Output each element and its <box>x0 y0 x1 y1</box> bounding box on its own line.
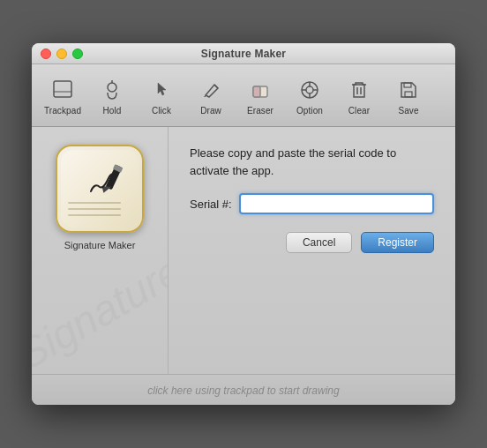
trackpad-label: Trackpad <box>44 106 81 116</box>
clear-icon <box>345 76 373 104</box>
dialog-message: Please copy and paste the serial code to… <box>190 145 434 179</box>
trackpad-icon <box>49 76 77 104</box>
serial-input[interactable] <box>239 193 434 214</box>
option-icon <box>296 76 324 104</box>
save-icon <box>394 76 423 104</box>
paper-line-2 <box>68 208 121 210</box>
app-icon-inner <box>61 150 139 228</box>
toolbar-item-eraser[interactable]: Eraser <box>236 70 284 121</box>
close-button[interactable] <box>41 49 51 59</box>
clear-label: Clear <box>348 106 370 116</box>
left-panel: Signature Maker Signature <box>32 127 169 374</box>
content-area: Signature Maker Signature Please copy an… <box>32 127 455 374</box>
svg-point-2 <box>108 83 116 92</box>
eraser-label: Eraser <box>247 106 273 116</box>
dialog-panel: Please copy and paste the serial code to… <box>169 127 455 374</box>
serial-label: Serial #: <box>190 198 232 211</box>
traffic-lights <box>41 49 83 59</box>
eraser-icon <box>246 76 274 104</box>
toolbar-item-option[interactable]: Option <box>286 70 333 121</box>
window-title: Signature Maker <box>201 48 286 60</box>
toolbar-item-draw[interactable]: Draw <box>187 70 235 121</box>
app-window: Signature Maker Trackpad Hold <box>32 43 455 405</box>
pen-svg <box>84 161 128 205</box>
svg-point-7 <box>306 86 313 93</box>
app-name-label: Signature Maker <box>64 240 136 250</box>
toolbar-item-save[interactable]: Save <box>385 70 432 121</box>
cancel-button[interactable]: Cancel <box>286 232 352 253</box>
option-label: Option <box>296 106 323 116</box>
toolbar-item-hold[interactable]: Hold <box>88 70 136 121</box>
svg-rect-15 <box>405 92 412 97</box>
toolbar: Trackpad Hold Click <box>32 64 455 127</box>
draw-label: Draw <box>200 106 221 116</box>
toolbar-item-trackpad[interactable]: Trackpad <box>39 70 86 121</box>
hold-icon <box>98 76 126 104</box>
app-icon <box>56 145 144 233</box>
register-button[interactable]: Register <box>361 232 434 253</box>
svg-rect-0 <box>54 81 71 97</box>
title-bar: Signature Maker <box>32 43 455 64</box>
hold-label: Hold <box>103 106 122 116</box>
button-row: Cancel Register <box>190 232 434 253</box>
save-label: Save <box>398 106 418 116</box>
hint-text: click here using trackpad to start drawi… <box>147 385 339 397</box>
toolbar-item-clear[interactable]: Clear <box>335 70 383 121</box>
minimize-button[interactable] <box>56 49 67 59</box>
hint-bar: click here using trackpad to start drawi… <box>32 374 455 405</box>
watermark-area: Signature <box>32 250 168 374</box>
paper-lines <box>68 202 121 220</box>
svg-rect-5 <box>253 86 260 97</box>
draw-icon <box>197 76 225 104</box>
click-icon <box>147 76 176 104</box>
watermark-text: Signature <box>32 250 168 374</box>
click-label: Click <box>152 106 171 116</box>
serial-row: Serial #: <box>190 193 434 214</box>
toolbar-item-click[interactable]: Click <box>138 70 185 121</box>
maximize-button[interactable] <box>72 49 83 59</box>
paper-line-3 <box>68 214 121 216</box>
